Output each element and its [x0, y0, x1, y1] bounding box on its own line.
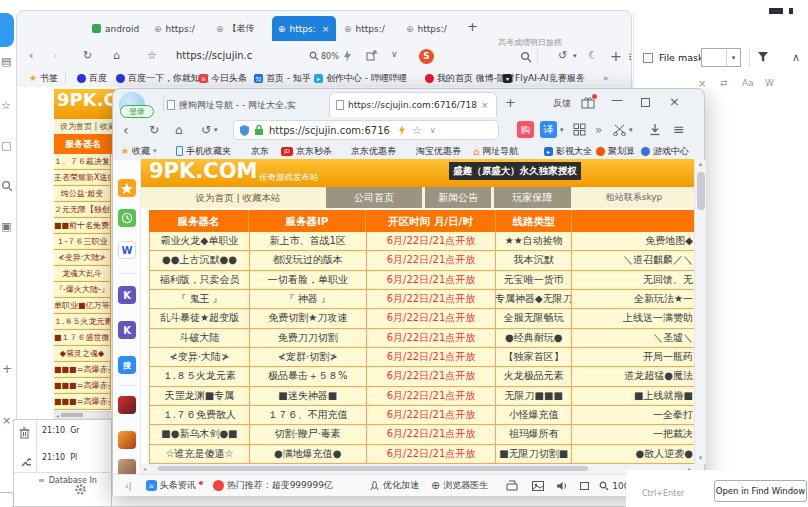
add-icon[interactable]: +	[610, 48, 622, 64]
speaker-icon[interactable]	[556, 481, 568, 491]
plus-icon[interactable]: +	[2, 362, 12, 376]
file-mask-checkbox[interactable]	[643, 53, 653, 63]
chevron-down-icon[interactable]: ▾	[560, 126, 564, 134]
scrollbar-thumb[interactable]	[158, 466, 588, 471]
share-icon[interactable]	[366, 50, 377, 61]
server-name-link[interactable]: 乱斗暴徒★超变版	[150, 309, 250, 328]
sidebar-game-icon[interactable]	[118, 396, 136, 414]
server-name-link[interactable]: ≮变异·大陆≯	[150, 348, 250, 367]
sidebar-word-doc-icon[interactable]: W	[118, 241, 136, 259]
tab[interactable]: ⊕https:/	[400, 16, 458, 41]
set-home-fav-links[interactable]: 设为首页 | 收藏本站	[173, 187, 303, 208]
back-icon[interactable]: ‹	[123, 122, 129, 138]
sidebar-game-icon[interactable]	[118, 431, 136, 449]
bookmark[interactable]: 手机收藏夹	[176, 144, 231, 158]
server-name-link[interactable]: １.７６免费散人	[150, 406, 250, 425]
bookmark[interactable]: 京东	[251, 144, 269, 158]
collapse-icon[interactable]: ‹|	[125, 481, 132, 491]
close-icon[interactable]: ×	[669, 94, 680, 109]
sidebar-search-icon[interactable]: 搜	[118, 356, 136, 374]
server-name-link[interactable]: 福利版，只卖会员	[150, 271, 250, 290]
close-item-icon[interactable]: ×	[2, 414, 11, 427]
minimize-icon[interactable]: —	[611, 93, 623, 107]
match-case-button[interactable]: Aa	[742, 78, 754, 88]
sidebar-k-icon[interactable]: K	[118, 286, 136, 304]
close-tab-icon[interactable]: ×	[322, 24, 330, 34]
close-tab-icon[interactable]: ×	[481, 100, 489, 110]
server-row[interactable]: 『-爆火大陆-』	[54, 282, 111, 298]
news-item[interactable]: ≡头条资讯	[146, 479, 203, 492]
bookmark[interactable]: 淘宝优惠券	[416, 144, 461, 158]
server-row[interactable]: １-７６三职业	[54, 234, 111, 250]
zoom-control[interactable]: 80%	[309, 51, 339, 61]
server-row[interactable]: 龙魂大乱斗	[54, 266, 111, 282]
news-ticker[interactable]: 高考成绩明日放榜	[498, 37, 562, 48]
sidebar-favorites-icon[interactable]: ★	[118, 179, 136, 197]
sogou-logo-icon[interactable]: S	[419, 49, 434, 64]
scroll-left-icon[interactable]: ◂	[143, 465, 146, 472]
chevron-down-icon[interactable]: ▾	[629, 126, 633, 134]
scissors-icon[interactable]	[613, 124, 626, 136]
scroll-left-icon[interactable]: ◂	[56, 412, 59, 419]
undo-icon[interactable]: ↺	[558, 49, 567, 62]
server-row[interactable]: ２元无限【独创版本】	[54, 202, 111, 218]
database-tab[interactable]: ≡Database In	[38, 476, 97, 485]
server-name-link[interactable]: １.８５火龙元素	[150, 367, 250, 386]
server-row[interactable]: ■１７６盛世微变攻速	[54, 330, 111, 346]
search-icon[interactable]	[1, 180, 13, 192]
server-row[interactable]: ≮变异·大陆≯	[54, 250, 111, 266]
horizontal-scrollbar[interactable]: ◂ ▸	[141, 464, 694, 473]
hot-search-item[interactable]: 热门推荐：超变999999亿	[213, 479, 333, 492]
whole-word-button[interactable]: W	[765, 78, 774, 88]
bookmark[interactable]: 知首页 - 知乎	[254, 70, 311, 86]
server-row[interactable]: ■■■=高爆赤圣龙雪	[54, 394, 111, 410]
speedup-item[interactable]: 优化加速	[369, 479, 419, 492]
square-icon[interactable]: ▢	[1, 139, 11, 152]
maximize-icon[interactable]	[641, 98, 650, 107]
server-name-link[interactable]: ■●新乌木剑●■	[150, 425, 250, 444]
scroll-up-icon[interactable]: ▴	[695, 160, 706, 168]
gear-icon[interactable]	[74, 483, 87, 496]
refresh-icon[interactable]: ↻	[83, 49, 92, 62]
swap-icon[interactable]: ⇄	[720, 78, 728, 88]
bookmark[interactable]: 京东优惠券	[351, 144, 396, 158]
tab[interactable]: ⊕【老传	[210, 16, 270, 41]
sidebar-history-icon[interactable]	[118, 209, 136, 227]
screenshot-icon[interactable]	[532, 481, 544, 491]
server-row[interactable]: ■■前十名免费送充值	[54, 218, 111, 234]
address-bar[interactable]: https://scjujin.com:6716 ☆ ∨	[233, 120, 499, 140]
search-icon[interactable]	[520, 51, 532, 63]
chevron-down-icon[interactable]: ▾	[214, 126, 218, 134]
night-mode-icon[interactable]: ☾	[588, 49, 598, 62]
bookmark[interactable]: 聚划算	[596, 144, 635, 158]
doctor-item[interactable]: ⊕浏览器医生	[431, 479, 488, 492]
server-name-link[interactable]: 霸业火龙◆单职业	[150, 232, 250, 251]
panel-icon[interactable]: ▤	[1, 55, 11, 68]
menu-icon[interactable]: ≡	[628, 48, 632, 64]
close-find-icon[interactable]: ×	[698, 78, 706, 89]
server-name-link[interactable]: ☆谁充是傻逼☆	[150, 445, 250, 464]
url-text[interactable]: https://scjujin.com:6716	[269, 125, 390, 136]
menu-icon[interactable]: ≡	[673, 121, 685, 137]
filter-icon[interactable]	[757, 51, 769, 63]
server-row[interactable]: 纯公益·超变	[54, 186, 111, 202]
home-icon[interactable]: ⌂	[113, 49, 120, 62]
shield-icon[interactable]	[239, 124, 250, 136]
nav-tab-news[interactable]: 新闻公告	[425, 187, 491, 208]
back-icon[interactable]: ‹	[29, 49, 33, 62]
scroll-down-icon[interactable]: ▾	[695, 454, 706, 462]
bookmark[interactable]: 百度	[77, 70, 107, 86]
new-tab-button[interactable]: +	[505, 95, 516, 110]
server-row[interactable]: 王者荣耀新X送疯服V	[54, 170, 111, 186]
home-icon[interactable]: ⌂	[175, 123, 183, 137]
bookmark[interactable]: ▸影视大全	[544, 144, 592, 158]
wrench-icon[interactable]	[20, 457, 31, 468]
server-row[interactable]: ■■■=高爆赤圣龙雪	[54, 378, 111, 394]
favorites-menu[interactable]: ★收藏▾	[121, 144, 157, 158]
bookmark[interactable]: 我的首页 微博-随时	[425, 70, 515, 86]
nav-tab-company[interactable]: 公司首页	[326, 187, 422, 208]
lightning-icon[interactable]	[398, 125, 406, 136]
chevron-down-icon[interactable]: ∨	[430, 126, 436, 135]
tab-active[interactable]: ⊕https:×	[272, 16, 336, 41]
chevron-down-icon[interactable]: ∨	[391, 49, 398, 59]
